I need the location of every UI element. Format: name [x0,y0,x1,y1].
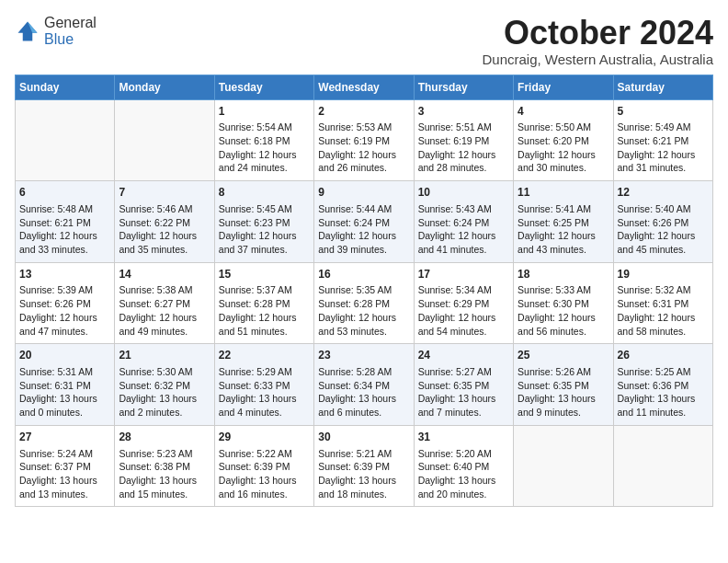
week-row-5: 27Sunrise: 5:24 AMSunset: 6:37 PMDayligh… [16,425,713,507]
day-number: 9 [318,185,409,201]
day-number: 19 [618,267,709,282]
day-number: 6 [19,185,110,201]
day-cell: 7Sunrise: 5:46 AMSunset: 6:22 PMDaylight… [115,181,214,263]
day-cell: 30Sunrise: 5:21 AMSunset: 6:39 PMDayligh… [314,425,414,507]
day-cell: 19Sunrise: 5:32 AMSunset: 6:31 PMDayligh… [613,262,712,344]
day-info: Sunrise: 5:51 AMSunset: 6:19 PMDaylight:… [418,121,509,175]
day-cell: 12Sunrise: 5:40 AMSunset: 6:26 PMDayligh… [613,181,712,263]
day-number: 14 [119,267,210,282]
day-cell: 17Sunrise: 5:34 AMSunset: 6:29 PMDayligh… [414,262,513,344]
day-cell: 27Sunrise: 5:24 AMSunset: 6:37 PMDayligh… [16,425,115,507]
day-info: Sunrise: 5:43 AMSunset: 6:24 PMDaylight:… [418,202,509,257]
day-number: 16 [318,267,409,282]
day-info: Sunrise: 5:31 AMSunset: 6:31 PMDaylight:… [19,365,110,419]
day-number: 17 [418,267,509,282]
day-info: Sunrise: 5:35 AMSunset: 6:28 PMDaylight:… [318,283,409,338]
day-cell: 10Sunrise: 5:43 AMSunset: 6:24 PMDayligh… [414,181,513,263]
day-number: 31 [418,430,509,445]
day-info: Sunrise: 5:38 AMSunset: 6:27 PMDaylight:… [119,283,210,338]
week-row-3: 13Sunrise: 5:39 AMSunset: 6:26 PMDayligh… [16,262,713,344]
day-cell: 6Sunrise: 5:48 AMSunset: 6:21 PMDaylight… [16,181,115,263]
day-number: 12 [618,185,709,201]
day-number: 27 [19,430,110,445]
day-cell: 31Sunrise: 5:20 AMSunset: 6:40 PMDayligh… [414,425,513,507]
day-cell: 29Sunrise: 5:22 AMSunset: 6:39 PMDayligh… [214,425,313,507]
day-cell: 22Sunrise: 5:29 AMSunset: 6:33 PMDayligh… [214,344,313,426]
day-cell: 16Sunrise: 5:35 AMSunset: 6:28 PMDayligh… [314,262,414,344]
day-cell [613,425,712,507]
week-row-2: 6Sunrise: 5:48 AMSunset: 6:21 PMDaylight… [16,181,713,263]
day-info: Sunrise: 5:25 AMSunset: 6:36 PMDaylight:… [618,365,709,419]
day-info: Sunrise: 5:26 AMSunset: 6:35 PMDaylight:… [518,365,609,419]
day-number: 1 [219,104,310,120]
day-number: 4 [518,104,609,120]
day-cell: 26Sunrise: 5:25 AMSunset: 6:36 PMDayligh… [613,344,712,426]
day-number: 7 [119,185,210,201]
day-cell: 24Sunrise: 5:27 AMSunset: 6:35 PMDayligh… [414,344,513,426]
month-title: October 2024 [482,15,713,52]
day-cell: 20Sunrise: 5:31 AMSunset: 6:31 PMDayligh… [16,344,115,426]
day-number: 28 [119,430,210,445]
day-info: Sunrise: 5:40 AMSunset: 6:26 PMDaylight:… [618,202,709,257]
calendar-table: SundayMondayTuesdayWednesdayThursdayFrid… [15,75,713,508]
day-info: Sunrise: 5:48 AMSunset: 6:21 PMDaylight:… [19,202,110,257]
day-cell: 13Sunrise: 5:39 AMSunset: 6:26 PMDayligh… [16,262,115,344]
day-info: Sunrise: 5:30 AMSunset: 6:32 PMDaylight:… [119,365,210,419]
day-info: Sunrise: 5:24 AMSunset: 6:37 PMDaylight:… [19,447,110,501]
day-cell: 5Sunrise: 5:49 AMSunset: 6:21 PMDaylight… [613,99,712,181]
day-cell: 23Sunrise: 5:28 AMSunset: 6:34 PMDayligh… [314,344,414,426]
day-info: Sunrise: 5:27 AMSunset: 6:35 PMDaylight:… [418,365,509,419]
day-info: Sunrise: 5:28 AMSunset: 6:34 PMDaylight:… [318,365,409,419]
day-info: Sunrise: 5:54 AMSunset: 6:18 PMDaylight:… [219,121,310,175]
day-cell: 21Sunrise: 5:30 AMSunset: 6:32 PMDayligh… [115,344,214,426]
day-number: 10 [418,185,509,201]
day-info: Sunrise: 5:21 AMSunset: 6:39 PMDaylight:… [318,447,409,501]
weekday-header-wednesday: Wednesday [314,75,414,99]
day-number: 20 [19,348,110,363]
day-cell: 25Sunrise: 5:26 AMSunset: 6:35 PMDayligh… [514,344,613,426]
day-number: 23 [318,348,409,363]
day-number: 21 [119,348,210,363]
day-info: Sunrise: 5:44 AMSunset: 6:24 PMDaylight:… [318,202,409,257]
day-info: Sunrise: 5:34 AMSunset: 6:29 PMDaylight:… [418,283,509,338]
day-info: Sunrise: 5:50 AMSunset: 6:20 PMDaylight:… [518,121,609,175]
location-title: Duncraig, Western Australia, Australia [482,52,713,67]
day-info: Sunrise: 5:41 AMSunset: 6:25 PMDaylight:… [518,202,609,257]
day-number: 18 [518,267,609,282]
day-info: Sunrise: 5:32 AMSunset: 6:31 PMDaylight:… [618,283,709,338]
day-cell: 11Sunrise: 5:41 AMSunset: 6:25 PMDayligh… [514,181,613,263]
day-info: Sunrise: 5:45 AMSunset: 6:23 PMDaylight:… [219,202,310,257]
weekday-header-saturday: Saturday [613,75,712,99]
day-cell: 15Sunrise: 5:37 AMSunset: 6:28 PMDayligh… [214,262,313,344]
day-cell: 1Sunrise: 5:54 AMSunset: 6:18 PMDaylight… [214,99,313,181]
weekday-header-row: SundayMondayTuesdayWednesdayThursdayFrid… [16,75,713,99]
day-number: 13 [19,267,110,282]
weekday-header-friday: Friday [514,75,613,99]
day-info: Sunrise: 5:37 AMSunset: 6:28 PMDaylight:… [219,283,310,338]
day-cell: 4Sunrise: 5:50 AMSunset: 6:20 PMDaylight… [514,99,613,181]
logo-icon [15,18,40,44]
day-cell: 28Sunrise: 5:23 AMSunset: 6:38 PMDayligh… [115,425,214,507]
day-number: 25 [518,348,609,363]
day-cell [514,425,613,507]
day-number: 22 [219,348,310,363]
page-header: General Blue October 2024 Duncraig, West… [15,15,713,67]
day-number: 11 [518,185,609,201]
day-info: Sunrise: 5:33 AMSunset: 6:30 PMDaylight:… [518,283,609,338]
week-row-1: 1Sunrise: 5:54 AMSunset: 6:18 PMDaylight… [16,99,713,181]
day-cell [115,99,214,181]
weekday-header-thursday: Thursday [414,75,513,99]
day-cell: 9Sunrise: 5:44 AMSunset: 6:24 PMDaylight… [314,181,414,263]
title-section: October 2024 Duncraig, Western Australia… [482,15,713,67]
logo-text: General Blue [44,15,97,48]
day-info: Sunrise: 5:29 AMSunset: 6:33 PMDaylight:… [219,365,310,419]
day-cell: 2Sunrise: 5:53 AMSunset: 6:19 PMDaylight… [314,99,414,181]
day-number: 24 [418,348,509,363]
day-cell: 3Sunrise: 5:51 AMSunset: 6:19 PMDaylight… [414,99,513,181]
week-row-4: 20Sunrise: 5:31 AMSunset: 6:31 PMDayligh… [16,344,713,426]
day-number: 5 [618,104,709,120]
weekday-header-sunday: Sunday [16,75,115,99]
day-info: Sunrise: 5:39 AMSunset: 6:26 PMDaylight:… [19,283,110,338]
day-info: Sunrise: 5:22 AMSunset: 6:39 PMDaylight:… [219,447,310,501]
weekday-header-monday: Monday [115,75,214,99]
